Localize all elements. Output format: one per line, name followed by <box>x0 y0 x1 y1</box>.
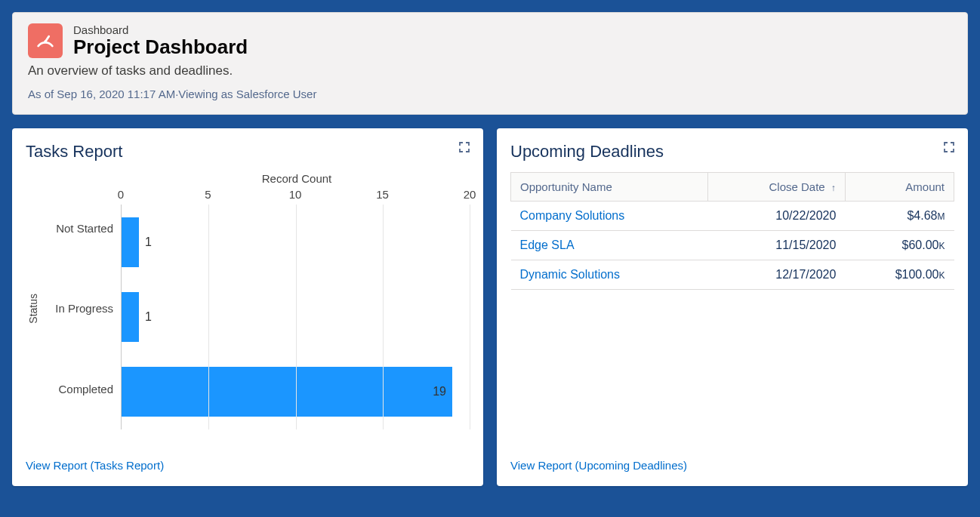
x-tick: 5 <box>205 188 211 201</box>
view-deadlines-report-link[interactable]: View Report (Upcoming Deadlines) <box>510 459 687 472</box>
x-tick: 20 <box>464 188 476 201</box>
panels-row: Tasks Report Record Count Status Not Sta… <box>12 128 968 486</box>
deadlines-panel: Upcoming Deadlines Opportunity Name Clos… <box>497 128 968 486</box>
x-tick: 15 <box>376 188 389 201</box>
bar[interactable] <box>122 217 139 267</box>
page-content: Dashboard Project Dashboard An overview … <box>0 0 980 498</box>
col-amount[interactable]: Amount <box>845 172 954 201</box>
chart-body: Status Not Started In Progress Completed… <box>26 188 470 429</box>
bar-value-label: 1 <box>145 310 152 324</box>
expand-tasks-button[interactable] <box>456 139 473 155</box>
header-meta: As of Sep 16, 2020 11:17 AM·Viewing as S… <box>28 88 952 100</box>
view-tasks-report-link[interactable]: View Report (Tasks Report) <box>26 459 164 472</box>
bar-value-label: 19 <box>433 385 446 399</box>
header-eyebrow: Dashboard <box>73 23 248 36</box>
header-description: An overview of tasks and deadlines. <box>28 63 952 78</box>
amount-cell: $4.68M <box>845 201 954 230</box>
dashboard-icon <box>28 23 63 58</box>
chart-x-title: Record Count <box>124 172 470 185</box>
col-opportunity[interactable]: Opportunity Name <box>511 172 708 201</box>
plot-column: 05101520 1119 <box>121 188 470 429</box>
opportunity-link[interactable]: Dynamic Solutions <box>511 260 708 289</box>
gridline <box>470 205 470 429</box>
x-ticks: 05101520 <box>121 188 470 205</box>
x-tick: 10 <box>289 188 302 201</box>
bar-value-label: 1 <box>145 235 152 249</box>
close-date-cell: 12/17/2020 <box>708 260 846 289</box>
bar[interactable]: 19 <box>122 367 452 417</box>
tasks-report-panel: Tasks Report Record Count Status Not Sta… <box>12 128 483 486</box>
y-category: Not Started <box>41 188 121 269</box>
table-row: Dynamic Solutions12/17/2020$100.00K <box>511 260 954 289</box>
tasks-panel-title: Tasks Report <box>26 142 470 162</box>
deadlines-table: Opportunity Name Close Date ↑ Amount Com… <box>510 172 954 290</box>
close-date-cell: 11/15/2020 <box>708 230 846 260</box>
plot-area: 1119 <box>121 205 470 429</box>
gridline <box>383 205 384 429</box>
y-category: In Progress <box>41 269 121 349</box>
opportunity-link[interactable]: Company Solutions <box>511 201 708 230</box>
amount-cell: $60.00K <box>845 230 954 260</box>
col-close-date-label: Close Date <box>769 180 824 193</box>
gridline <box>296 205 297 429</box>
y-category: Completed <box>41 349 121 429</box>
chart-y-title: Status <box>26 294 41 324</box>
dashboard-header: Dashboard Project Dashboard An overview … <box>12 12 968 115</box>
bar[interactable] <box>122 292 139 342</box>
gridline <box>208 205 209 429</box>
sort-ascending-icon: ↑ <box>831 183 836 193</box>
deadlines-panel-title: Upcoming Deadlines <box>510 142 954 162</box>
col-close-date[interactable]: Close Date ↑ <box>708 172 846 201</box>
tasks-chart: Record Count Status Not Started In Progr… <box>26 172 470 459</box>
close-date-cell: 10/22/2020 <box>708 201 846 230</box>
expand-deadlines-button[interactable] <box>941 139 957 155</box>
header-row: Dashboard Project Dashboard <box>28 23 952 59</box>
opportunity-link[interactable]: Edge SLA <box>511 230 708 260</box>
y-categories: Not Started In Progress Completed <box>41 188 121 429</box>
table-row: Edge SLA11/15/2020$60.00K <box>511 230 954 260</box>
amount-cell: $100.00K <box>845 260 954 289</box>
page-title: Project Dashboard <box>73 36 248 59</box>
x-tick: 0 <box>118 188 124 201</box>
header-titles: Dashboard Project Dashboard <box>73 23 248 59</box>
table-row: Company Solutions10/22/2020$4.68M <box>511 201 954 230</box>
